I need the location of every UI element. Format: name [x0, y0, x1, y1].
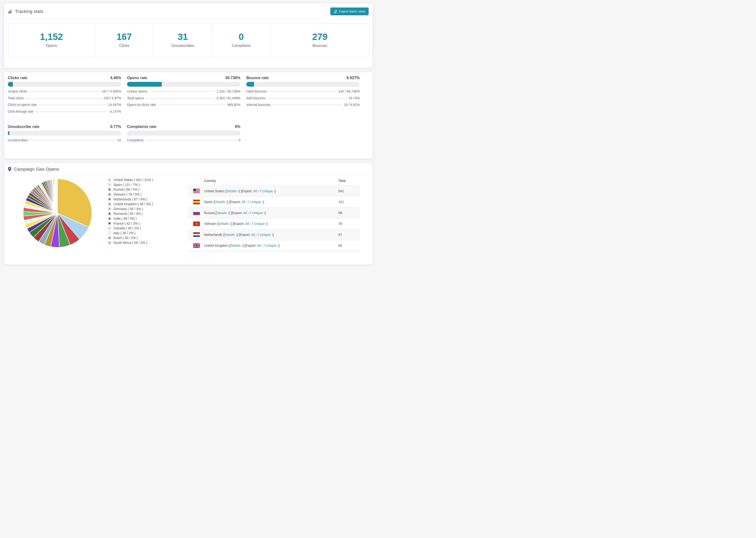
rate-stat-value: 2,303 / 61.446% [216, 96, 241, 100]
details-link[interactable]: Details › [226, 189, 239, 193]
legend-count: ( 46 / 3% ) [121, 217, 136, 220]
details-link[interactable]: Details › [224, 233, 237, 237]
stat-bounces: 279Bounces [270, 23, 369, 56]
rate-value: 6.927% [347, 76, 360, 80]
export-unique-link[interactable]: Unique › [260, 233, 273, 237]
export-label: Export: [245, 243, 256, 247]
legend-item: Romania ( 49 / 3% ) [108, 211, 153, 216]
legend-count: ( 55 / 3% ) [127, 207, 143, 211]
legend-item: United States ( 541 / 31% ) [108, 178, 153, 183]
export-all-link[interactable]: All › [251, 233, 257, 237]
legend-count: ( 86 / 5% ) [124, 188, 139, 191]
legend-swatch [108, 188, 111, 191]
details-link[interactable]: Details › [218, 222, 231, 226]
country-cell: Vietnam [Details ›] [Export: All › / Uni… [204, 222, 268, 226]
geo-title: Campaign Geo Opens [14, 167, 59, 172]
export-unique-link[interactable]: Unique › [262, 189, 275, 193]
legend-country-name: Russia [113, 188, 124, 191]
export-basic-stats-button[interactable]: Export basic stats [330, 8, 369, 15]
rate-progress-bar [8, 82, 121, 86]
dotted-leader [38, 105, 106, 105]
legend-item: Germany ( 55 / 3% ) [108, 207, 153, 211]
export-unique-link[interactable]: Unique › [266, 243, 279, 247]
export-all-link[interactable]: All › [243, 211, 249, 215]
legend-swatch [108, 232, 111, 234]
total-cell: 121 [338, 200, 344, 204]
rate-stat-value: 242 / 86.738% [339, 89, 360, 93]
geo-table-row: United Kingdom [Details ›] [Export: All … [188, 240, 360, 251]
legend-count: ( 40 / 2% ) [125, 226, 141, 230]
details-link[interactable]: Details › [220, 255, 233, 258]
total-cell: 541 [338, 189, 344, 193]
legend-swatch [108, 207, 111, 210]
rate-stat-row: Soft bounces18 / 0% [246, 96, 360, 103]
legend-item: South Africa ( 29 / 2% ) [108, 241, 153, 245]
total-column-header: Total [338, 179, 346, 183]
legend-country-name: Vietnam [113, 192, 125, 196]
export-unique-link[interactable]: Unique › [255, 255, 268, 258]
country-name: Russia [204, 211, 214, 215]
rate-stat-row: Total opens2,303 / 61.446% [127, 96, 241, 103]
rate-stat-label: Unique clicks [8, 89, 27, 93]
rate-progress-bar [127, 131, 241, 135]
stat-clicks: 167Clicks [95, 23, 153, 56]
export-label: Export: [235, 255, 246, 258]
export-unique-link[interactable]: Unique › [252, 211, 265, 215]
rate-stat-row: Unsubscribes31 [8, 138, 121, 145]
details-link[interactable]: Details › [216, 211, 229, 215]
geo-table-row: United States [Details ›] [Export: All ›… [188, 186, 360, 196]
stat-label: Opens [46, 44, 57, 48]
rate-stat-value: 220 / 5.87% [104, 96, 121, 100]
legend-country-name: Canada [113, 226, 125, 230]
stat-value: 31 [178, 32, 188, 42]
rate-value: 0.77% [110, 125, 121, 129]
vn-flag-icon [193, 222, 200, 226]
bar-chart-icon [8, 10, 13, 13]
details-link[interactable]: Details › [215, 200, 227, 204]
export-label: Export: [230, 200, 241, 204]
details-link[interactable]: Details › [230, 243, 243, 247]
stats-summary-row: 1,152Opens167Clicks31Unsubscribes0Compla… [8, 23, 369, 57]
rate-stat-label: Total clicks [8, 96, 24, 100]
rate-stat-label: Opens to clicks rate [127, 103, 156, 107]
rate-title: Bounce rate [246, 76, 269, 80]
country-name: Germany [204, 255, 218, 258]
rate-stat-value: 31 [117, 138, 121, 142]
rate-stat-row: Complaints0 [127, 138, 241, 145]
legend-count: ( 59 / 3% ) [137, 202, 153, 206]
stat-label: Clicks [119, 44, 129, 48]
geo-table-row: Russia [Details ›] [Export: All › / Uniq… [188, 207, 360, 218]
export-unique-link[interactable]: Unique › [254, 222, 267, 226]
geo-header: Campaign Geo Opens [4, 163, 373, 176]
export-all-link[interactable]: All › [247, 255, 253, 258]
rate-title: Opens rate [127, 76, 147, 80]
legend-swatch [108, 227, 111, 230]
rate-progress-fill [8, 82, 13, 86]
legend-item: Italy ( 36 / 2% ) [108, 231, 153, 236]
page-title: Tracking stats [15, 9, 43, 14]
export-all-link[interactable]: All › [257, 243, 263, 247]
rate-stat-label: Hard bounces [246, 89, 267, 93]
geo-table-row: Vietnam [Details ›] [Export: All › / Uni… [188, 218, 360, 229]
stat-value: 0 [239, 32, 244, 42]
country-name: Spain [204, 200, 213, 204]
bounce-rate-section: Bounce rate6.927%Hard bounces242 / 86.73… [246, 76, 360, 110]
legend-count: ( 42 / 2% ) [124, 222, 140, 225]
legend-swatch [108, 183, 111, 186]
legend-country-name: Spain [113, 183, 122, 187]
legend-item: Russia ( 86 / 5% ) [108, 187, 153, 192]
country-name: Netherlands [204, 233, 222, 237]
rate-stat-value: 167 / 4.456% [102, 89, 121, 93]
stat-opens: 1,152Opens [8, 23, 95, 56]
legend-country-name: Germany [113, 207, 127, 211]
rate-progress-fill [246, 82, 254, 86]
export-all-link[interactable]: All › [253, 189, 259, 193]
export-unique-link[interactable]: Unique › [250, 200, 263, 204]
country-cell: Netherlands [Details ›] [Export: All › /… [204, 233, 274, 237]
rate-stat-label: Unsubscribes [8, 138, 28, 142]
de-flag-icon [193, 254, 200, 259]
legend-swatch [108, 203, 111, 205]
export-all-link[interactable]: All › [245, 222, 251, 226]
geo-country-table: Country Total United States [Details ›] … [188, 176, 360, 262]
export-all-link[interactable]: All › [242, 200, 247, 204]
